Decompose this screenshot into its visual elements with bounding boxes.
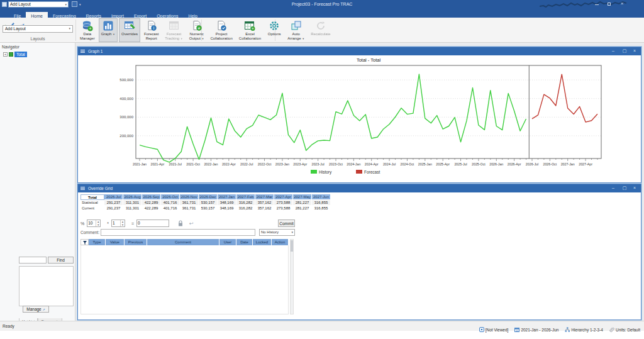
column-header[interactable]: 2026-Dec (199, 194, 218, 200)
value-cell[interactable]: 530,157 (199, 200, 218, 206)
override-grid-scrollbar[interactable] (290, 239, 294, 314)
graph-button[interactable]: Graph ▼ (99, 18, 118, 42)
graph-window-titlebar[interactable]: Graph 1 – ▢ × (78, 47, 641, 55)
value-cell[interactable]: 273,588 (274, 200, 293, 206)
ribbon-layout-combo[interactable]: Add Layout ▾ (3, 25, 73, 33)
main-titlebar: Add Layout ▾ ▾ Project03 - Forecast Pro … (0, 0, 644, 9)
set-value-input[interactable]: 0 (136, 220, 169, 227)
override-grid-body[interactable] (80, 245, 289, 314)
svg-text:2025-Jul: 2025-Jul (454, 162, 467, 166)
value-cell[interactable]: 357,162 (255, 200, 274, 206)
close-button[interactable]: × (618, 0, 626, 8)
navigator-tree-root[interactable]: + Total (3, 52, 27, 57)
maximize-button[interactable]: ▢ (619, 47, 630, 55)
status-item-viewed[interactable]: [Not Viewed] (479, 327, 509, 333)
status-item-calendar[interactable]: 2021-Jan - 2026-Jun (514, 327, 558, 333)
value-cell[interactable]: 291,237 (104, 200, 123, 206)
column-header[interactable]: 2027-Feb (236, 194, 255, 200)
value-cell[interactable]: 422,289 (142, 200, 161, 206)
close-button[interactable]: × (630, 47, 640, 55)
column-header[interactable]: 2026-Oct (161, 194, 180, 200)
column-header[interactable]: 2026-Jul (104, 194, 123, 200)
comment-input[interactable] (101, 229, 255, 236)
column-header[interactable]: 2027-May (293, 194, 312, 200)
grid-header-comment[interactable]: Comment (147, 239, 219, 245)
commit-button[interactable]: Commit (278, 220, 295, 227)
value-cell[interactable]: 401,716 (161, 206, 180, 211)
apply-override-icon[interactable]: ↩ (189, 221, 194, 226)
data-manager-button[interactable]: +DataManager (77, 18, 97, 42)
value-cell[interactable]: 316,855 (312, 200, 331, 206)
grid-header-user[interactable]: User (219, 239, 236, 245)
close-button[interactable]: × (630, 184, 640, 192)
project-icon (216, 20, 227, 31)
maximize-button[interactable] (608, 3, 611, 6)
status-item-text: [Not Viewed] (486, 328, 509, 332)
minimize-button[interactable]: – (608, 184, 618, 192)
value-cell[interactable]: 530,157 (199, 206, 218, 211)
excel-collaboration-button[interactable]: +ExcelCollaboration (236, 18, 264, 42)
window-menu-icon[interactable] (80, 50, 85, 53)
value-cell[interactable]: 361,731 (180, 206, 199, 211)
status-item-text: Hierarchy 1-2-3-4 (571, 328, 603, 332)
numeric-output-button[interactable]: #NumericOutput ▼ (187, 18, 207, 42)
value-cell[interactable]: 422,289 (142, 206, 161, 211)
stepper-arrows-icon[interactable]: ▲▼ (96, 220, 100, 226)
tree-item-total[interactable]: Total (14, 52, 27, 57)
hotlist-listbox[interactable] (19, 266, 74, 306)
svg-text:2026-Jan: 2026-Jan (489, 162, 503, 166)
column-header[interactable]: 2026-Aug (123, 194, 142, 200)
column-header[interactable]: 2026-Nov (180, 194, 199, 200)
grid-header-action[interactable]: Action (272, 239, 289, 245)
column-header[interactable]: 2027-Mar (255, 194, 274, 200)
grid-header-type[interactable]: Type (89, 239, 106, 245)
value-cell[interactable]: 311,301 (123, 200, 142, 206)
forecast-report-button[interactable]: iForecastReport (142, 18, 161, 42)
column-header[interactable]: 2027-Apr (274, 194, 293, 200)
value-cell[interactable]: 281,227 (293, 206, 312, 211)
value-cell[interactable]: 316,282 (236, 200, 255, 206)
lock-icon[interactable] (177, 220, 184, 227)
forecast-chart[interactable]: Total - Total200,000300,000400,000500,00… (78, 55, 641, 182)
overrides-button[interactable]: Overrides (119, 18, 140, 42)
stepper-arrows-icon[interactable]: ▲▼ (120, 220, 125, 226)
auto-arrange-button[interactable]: AutoArrange ▼ (285, 18, 307, 42)
value-cell[interactable]: 316,282 (236, 206, 255, 211)
multiply-stepper[interactable]: 1▲▼ (111, 220, 125, 227)
find-button[interactable]: Find (48, 257, 74, 264)
tracking-icon (169, 20, 180, 31)
grid-header-date[interactable]: Date (236, 239, 253, 245)
grid-header-value[interactable]: Value (106, 239, 125, 245)
value-cell[interactable]: 348,169 (218, 200, 236, 206)
status-item-hierarchy[interactable]: Hierarchy 1-2-3-4 (565, 327, 603, 333)
find-input[interactable] (19, 257, 47, 264)
override-window-titlebar[interactable]: Override Grid – ▢ × (78, 184, 641, 192)
history-dropdown[interactable]: No History ▾ (259, 229, 295, 236)
value-cell[interactable]: 348,169 (218, 206, 236, 211)
column-header[interactable]: 2026-Sep (142, 194, 161, 200)
options-button[interactable]: Options (265, 18, 284, 42)
window-menu-icon[interactable] (80, 187, 85, 191)
manage-button[interactable]: Manage ↗ (23, 306, 49, 313)
filter-icon[interactable] (80, 239, 89, 245)
minimize-button[interactable]: – (608, 47, 618, 55)
grid-header-locked-y-n[interactable]: Locked Y/N (253, 239, 272, 245)
maximize-button[interactable]: ▢ (619, 184, 630, 192)
value-cell[interactable]: 361,731 (180, 200, 199, 206)
minimize-button[interactable] (595, 4, 599, 5)
project-collaboration-button[interactable]: ProjectCollaboration (208, 18, 235, 42)
column-header[interactable]: 2027-Jun (312, 194, 331, 200)
column-header[interactable]: 2027-Jan (218, 194, 236, 200)
status-item-units[interactable]: Units: Default (609, 327, 640, 333)
value-cell[interactable]: 316,855 (312, 206, 331, 211)
value-cell[interactable]: 273,588 (274, 206, 293, 211)
value-cell[interactable]: 291,237 (104, 206, 123, 211)
grid-header-previous[interactable]: Previous (125, 239, 147, 245)
value-cell[interactable]: 357,162 (255, 206, 274, 211)
scrollbar-thumb[interactable] (291, 240, 293, 252)
value-cell[interactable]: 311,301 (123, 206, 142, 211)
tree-expander-icon[interactable]: + (3, 52, 8, 57)
percent-stepper[interactable]: 10▲▼ (87, 220, 101, 227)
value-cell[interactable]: 401,716 (161, 200, 180, 206)
value-cell[interactable]: 281,227 (293, 200, 312, 206)
